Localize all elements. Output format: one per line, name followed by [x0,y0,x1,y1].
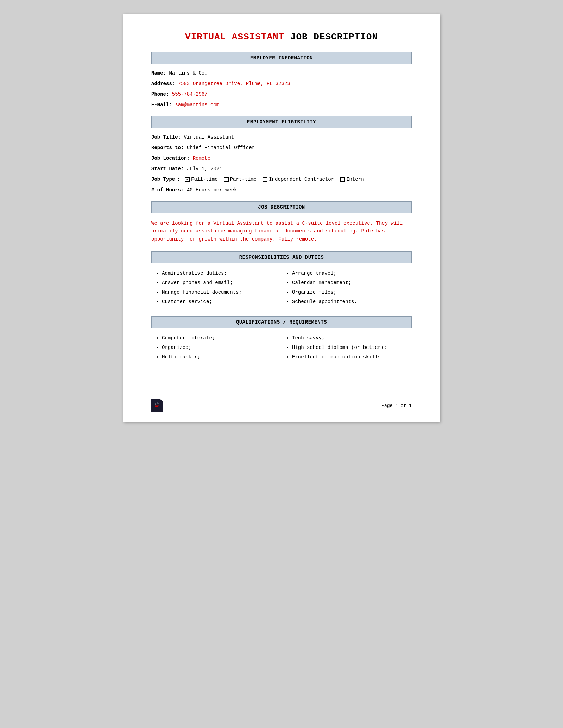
job-type-fulltime: ☒ Full-time [185,177,218,182]
job-title-label: Job Title [151,134,178,140]
phone-colon: : [166,91,172,97]
job-type-contractor: Independent Contractor [263,177,334,182]
name-colon: : [163,70,169,76]
checkbox-intern-box [340,177,345,182]
document-icon [151,399,163,412]
list-item: Tech-savvy; [292,334,412,342]
address-label: Address [151,81,172,87]
list-item: Administrative duties; [162,270,282,277]
list-item: High school diploma (or better); [292,344,412,351]
page-number: Page 1 of 1 [381,403,412,408]
job-description-header: JOB DESCRIPTION [151,201,412,213]
email-value: sam@martins.com [175,102,219,108]
page-title: VIRTUAL ASSISTANT JOB DESCRIPTION [151,32,412,42]
employer-section-header: EMPLOYER INFORMATION [151,52,412,64]
phone-label: Phone [151,91,166,97]
page-footer: Page 1 of 1 [151,399,412,412]
checkbox-fulltime-box: ☒ [185,177,190,182]
job-location-value: Remote [193,155,210,161]
phone-field: Phone: 555-784-2967 [151,91,412,97]
svg-rect-1 [155,405,159,406]
qualifications-col2: Tech-savvy; High school diploma (or bett… [282,334,412,363]
checkbox-parttime-label: Part-time [230,177,257,182]
list-item: Manage financial documents; [162,289,282,296]
responsibilities-col1: Administrative duties; Answer phones and… [151,270,282,308]
name-field: Name: Martins & Co. [151,70,412,76]
checkbox-parttime-box [224,177,229,182]
title-red-part: VIRTUAL ASSISTANT [185,32,284,42]
svg-point-3 [155,404,156,405]
hours-label: # of Hours [151,187,181,193]
start-date-value: July 1, 2021 [187,166,222,172]
email-colon: : [169,102,175,108]
hours-field: # of Hours: 40 Hours per week [151,187,412,193]
eligibility-section-header: EMPLOYMENT ELIGIBILITY [151,116,412,128]
address-colon: : [172,81,178,87]
list-item: Schedule appointments. [292,298,412,306]
job-location-field: Job Location: Remote [151,155,412,161]
checkbox-contractor-box [263,177,267,182]
list-item: Calendar management; [292,279,412,287]
job-title-value: Virtual Assistant [184,134,234,140]
job-description-section: JOB DESCRIPTION We are looking for a Vir… [151,201,412,243]
job-type-parttime: Part-time [224,177,257,182]
eligibility-section: EMPLOYMENT ELIGIBILITY Job Title: Virtua… [151,116,412,193]
job-title-field: Job Title: Virtual Assistant [151,134,412,140]
document-page: VIRTUAL ASSISTANT JOB DESCRIPTION EMPLOY… [123,14,440,422]
qualifications-col1: Computer literate; Organized; Multi-task… [151,334,282,363]
responsibilities-section: RESPONSIBILITIES AND DUTIES Administrati… [151,251,412,308]
name-value: Martins & Co. [169,70,207,76]
job-type-intern: Intern [340,177,364,182]
checkbox-fulltime-label: Full-time [191,177,218,182]
phone-value: 555-784-2967 [172,91,208,97]
job-type-field: Job Type: ☒ Full-time Part-time Independ… [151,177,412,182]
qualifications-section: QUALIFICATIONS / REQUIREMENTS Computer l… [151,316,412,363]
list-item: Organize files; [292,289,412,296]
reports-to-label: Reports to [151,145,181,151]
checkbox-contractor-label: Independent Contractor [269,177,334,182]
job-type-label: Job Type [151,177,175,182]
email-field: E-Mail: sam@martins.com [151,102,412,108]
job-location-label: Job Location [151,155,187,161]
job-description-body: We are looking for a Virtual Assistant t… [151,219,412,243]
list-item: Computer literate; [162,334,282,342]
svg-rect-2 [155,406,158,407]
list-item: Arrange travel; [292,270,412,277]
address-value: 7503 Orangetree Drive, Plume, FL 32323 [178,81,290,87]
list-item: Customer service; [162,298,282,306]
reports-to-value: Chief Financial Officer [187,145,255,151]
responsibilities-col2: Arrange travel; Calendar management; Org… [282,270,412,308]
responsibilities-header: RESPONSIBILITIES AND DUTIES [151,251,412,263]
title-black-part: JOB DESCRIPTION [284,32,378,42]
employer-section: EMPLOYER INFORMATION Name: Martins & Co.… [151,52,412,108]
qualifications-header: QUALIFICATIONS / REQUIREMENTS [151,316,412,328]
checkbox-intern-label: Intern [346,177,364,182]
qualifications-list: Computer literate; Organized; Multi-task… [151,334,412,363]
email-label: E-Mail [151,102,169,108]
list-item: Excellent communication skills. [292,353,412,361]
name-label: Name [151,70,163,76]
start-date-field: Start Date: July 1, 2021 [151,166,412,172]
reports-to-field: Reports to: Chief Financial Officer [151,145,412,151]
address-field: Address: 7503 Orangetree Drive, Plume, F… [151,81,412,87]
start-date-label: Start Date [151,166,181,172]
list-item: Answer phones and email; [162,279,282,287]
list-item: Organized; [162,344,282,351]
responsibilities-list: Administrative duties; Answer phones and… [151,270,412,308]
list-item: Multi-tasker; [162,353,282,361]
hours-value: 40 Hours per week [187,187,237,193]
